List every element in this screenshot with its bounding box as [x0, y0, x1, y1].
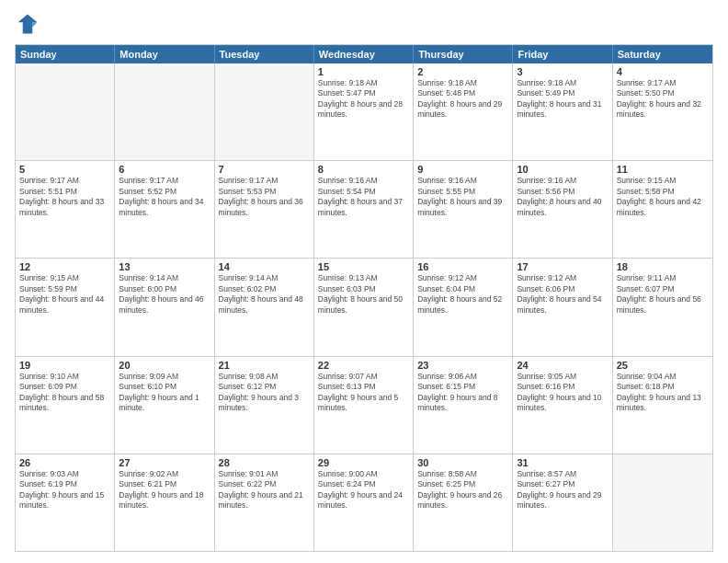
- day-number: 10: [517, 164, 608, 175]
- day-number: 1: [318, 66, 409, 77]
- day-info: Sunrise: 9:12 AMSunset: 6:04 PMDaylight:…: [417, 273, 508, 316]
- day-number: 22: [318, 360, 409, 371]
- day-cell-19: 19Sunrise: 9:10 AMSunset: 6:09 PMDayligh…: [16, 357, 115, 454]
- calendar: SundayMondayTuesdayWednesdayThursdayFrid…: [15, 44, 713, 552]
- empty-cell: [215, 63, 314, 160]
- day-info: Sunrise: 9:18 AMSunset: 5:48 PMDaylight:…: [417, 78, 508, 121]
- calendar-row-2: 12Sunrise: 9:15 AMSunset: 5:59 PMDayligh…: [16, 259, 712, 356]
- day-info: Sunrise: 9:18 AMSunset: 5:47 PMDaylight:…: [318, 78, 409, 121]
- day-info: Sunrise: 9:17 AMSunset: 5:51 PMDaylight:…: [19, 176, 110, 218]
- day-info: Sunrise: 8:57 AMSunset: 6:27 PMDaylight:…: [517, 469, 608, 511]
- calendar-header: SundayMondayTuesdayWednesdayThursdayFrid…: [16, 45, 712, 63]
- day-number: 15: [318, 261, 409, 272]
- day-info: Sunrise: 9:05 AMSunset: 6:16 PMDaylight:…: [517, 372, 608, 414]
- day-cell-15: 15Sunrise: 9:13 AMSunset: 6:03 PMDayligh…: [314, 259, 414, 355]
- header-day-wednesday: Wednesday: [314, 45, 414, 63]
- day-cell-1: 1Sunrise: 9:18 AMSunset: 5:47 PMDaylight…: [314, 63, 414, 160]
- day-cell-28: 28Sunrise: 9:01 AMSunset: 6:22 PMDayligh…: [215, 454, 314, 551]
- day-info: Sunrise: 9:06 AMSunset: 6:15 PMDaylight:…: [417, 372, 508, 414]
- day-info: Sunrise: 9:02 AMSunset: 6:21 PMDaylight:…: [119, 469, 210, 511]
- day-info: Sunrise: 9:15 AMSunset: 5:58 PMDaylight:…: [617, 176, 709, 218]
- day-cell-8: 8Sunrise: 9:16 AMSunset: 5:54 PMDaylight…: [314, 161, 414, 258]
- day-number: 30: [417, 457, 508, 468]
- header: [15, 11, 713, 37]
- day-cell-5: 5Sunrise: 9:17 AMSunset: 5:51 PMDaylight…: [16, 161, 115, 258]
- day-number: 4: [617, 66, 709, 77]
- day-cell-30: 30Sunrise: 8:58 AMSunset: 6:25 PMDayligh…: [414, 454, 513, 551]
- day-info: Sunrise: 8:58 AMSunset: 6:25 PMDaylight:…: [417, 469, 508, 511]
- day-info: Sunrise: 9:17 AMSunset: 5:53 PMDaylight:…: [219, 176, 310, 218]
- day-info: Sunrise: 9:14 AMSunset: 6:00 PMDaylight:…: [119, 273, 210, 316]
- day-number: 19: [19, 360, 110, 371]
- day-number: 12: [19, 261, 110, 272]
- day-cell-10: 10Sunrise: 9:16 AMSunset: 5:56 PMDayligh…: [513, 161, 612, 258]
- day-cell-3: 3Sunrise: 9:18 AMSunset: 5:49 PMDaylight…: [513, 63, 612, 160]
- calendar-row-4: 26Sunrise: 9:03 AMSunset: 6:19 PMDayligh…: [16, 454, 712, 551]
- day-info: Sunrise: 9:15 AMSunset: 5:59 PMDaylight:…: [19, 273, 110, 316]
- day-info: Sunrise: 9:17 AMSunset: 5:52 PMDaylight:…: [119, 176, 210, 218]
- empty-cell: [613, 454, 712, 551]
- day-info: Sunrise: 9:03 AMSunset: 6:19 PMDaylight:…: [19, 469, 110, 511]
- day-number: 9: [417, 164, 508, 175]
- day-number: 21: [219, 360, 310, 371]
- day-info: Sunrise: 9:11 AMSunset: 6:07 PMDaylight:…: [617, 273, 709, 316]
- page: SundayMondayTuesdayWednesdayThursdayFrid…: [0, 0, 728, 563]
- day-cell-31: 31Sunrise: 8:57 AMSunset: 6:27 PMDayligh…: [513, 454, 612, 551]
- day-info: Sunrise: 9:16 AMSunset: 5:55 PMDaylight:…: [417, 176, 508, 218]
- day-info: Sunrise: 9:07 AMSunset: 6:13 PMDaylight:…: [318, 372, 409, 414]
- calendar-row-3: 19Sunrise: 9:10 AMSunset: 6:09 PMDayligh…: [16, 357, 712, 454]
- day-number: 16: [417, 261, 508, 272]
- day-cell-12: 12Sunrise: 9:15 AMSunset: 5:59 PMDayligh…: [16, 259, 115, 355]
- day-cell-2: 2Sunrise: 9:18 AMSunset: 5:48 PMDaylight…: [414, 63, 513, 160]
- day-number: 6: [119, 164, 210, 175]
- day-number: 5: [19, 164, 110, 175]
- day-info: Sunrise: 9:10 AMSunset: 6:09 PMDaylight:…: [19, 372, 110, 414]
- day-cell-20: 20Sunrise: 9:09 AMSunset: 6:10 PMDayligh…: [115, 357, 214, 454]
- day-number: 23: [417, 360, 508, 371]
- day-cell-22: 22Sunrise: 9:07 AMSunset: 6:13 PMDayligh…: [314, 357, 414, 454]
- day-cell-25: 25Sunrise: 9:04 AMSunset: 6:18 PMDayligh…: [613, 357, 712, 454]
- day-number: 3: [517, 66, 608, 77]
- day-info: Sunrise: 9:04 AMSunset: 6:18 PMDaylight:…: [617, 372, 709, 414]
- header-day-saturday: Saturday: [613, 45, 712, 63]
- empty-cell: [115, 63, 214, 160]
- day-number: 27: [119, 457, 210, 468]
- day-cell-29: 29Sunrise: 9:00 AMSunset: 6:24 PMDayligh…: [314, 454, 414, 551]
- day-cell-6: 6Sunrise: 9:17 AMSunset: 5:52 PMDaylight…: [115, 161, 214, 258]
- day-cell-11: 11Sunrise: 9:15 AMSunset: 5:58 PMDayligh…: [613, 161, 712, 258]
- day-info: Sunrise: 9:18 AMSunset: 5:49 PMDaylight:…: [517, 78, 608, 121]
- day-cell-9: 9Sunrise: 9:16 AMSunset: 5:55 PMDaylight…: [414, 161, 513, 258]
- day-cell-7: 7Sunrise: 9:17 AMSunset: 5:53 PMDaylight…: [215, 161, 314, 258]
- header-day-thursday: Thursday: [414, 45, 513, 63]
- day-number: 8: [318, 164, 409, 175]
- day-cell-13: 13Sunrise: 9:14 AMSunset: 6:00 PMDayligh…: [115, 259, 214, 355]
- logo-icon: [15, 11, 40, 37]
- day-number: 20: [119, 360, 210, 371]
- day-number: 14: [219, 261, 310, 272]
- day-info: Sunrise: 9:16 AMSunset: 5:56 PMDaylight:…: [517, 176, 608, 218]
- day-info: Sunrise: 9:01 AMSunset: 6:22 PMDaylight:…: [219, 469, 310, 511]
- day-number: 17: [517, 261, 608, 272]
- day-info: Sunrise: 9:08 AMSunset: 6:12 PMDaylight:…: [219, 372, 310, 414]
- day-info: Sunrise: 9:17 AMSunset: 5:50 PMDaylight:…: [617, 78, 709, 121]
- day-cell-17: 17Sunrise: 9:12 AMSunset: 6:06 PMDayligh…: [513, 259, 612, 355]
- day-info: Sunrise: 9:09 AMSunset: 6:10 PMDaylight:…: [119, 372, 210, 414]
- day-cell-24: 24Sunrise: 9:05 AMSunset: 6:16 PMDayligh…: [513, 357, 612, 454]
- empty-cell: [16, 63, 115, 160]
- day-info: Sunrise: 9:00 AMSunset: 6:24 PMDaylight:…: [318, 469, 409, 511]
- day-number: 31: [517, 457, 608, 468]
- day-number: 11: [617, 164, 709, 175]
- day-info: Sunrise: 9:16 AMSunset: 5:54 PMDaylight:…: [318, 176, 409, 218]
- day-cell-21: 21Sunrise: 9:08 AMSunset: 6:12 PMDayligh…: [215, 357, 314, 454]
- day-cell-4: 4Sunrise: 9:17 AMSunset: 5:50 PMDaylight…: [613, 63, 712, 160]
- day-cell-23: 23Sunrise: 9:06 AMSunset: 6:15 PMDayligh…: [414, 357, 513, 454]
- day-info: Sunrise: 9:14 AMSunset: 6:02 PMDaylight:…: [219, 273, 310, 316]
- day-number: 7: [219, 164, 310, 175]
- svg-marker-1: [32, 22, 37, 27]
- calendar-row-0: 1Sunrise: 9:18 AMSunset: 5:47 PMDaylight…: [16, 63, 712, 161]
- day-info: Sunrise: 9:13 AMSunset: 6:03 PMDaylight:…: [318, 273, 409, 316]
- day-number: 18: [617, 261, 709, 272]
- header-day-sunday: Sunday: [16, 45, 115, 63]
- day-number: 29: [318, 457, 409, 468]
- day-cell-14: 14Sunrise: 9:14 AMSunset: 6:02 PMDayligh…: [215, 259, 314, 355]
